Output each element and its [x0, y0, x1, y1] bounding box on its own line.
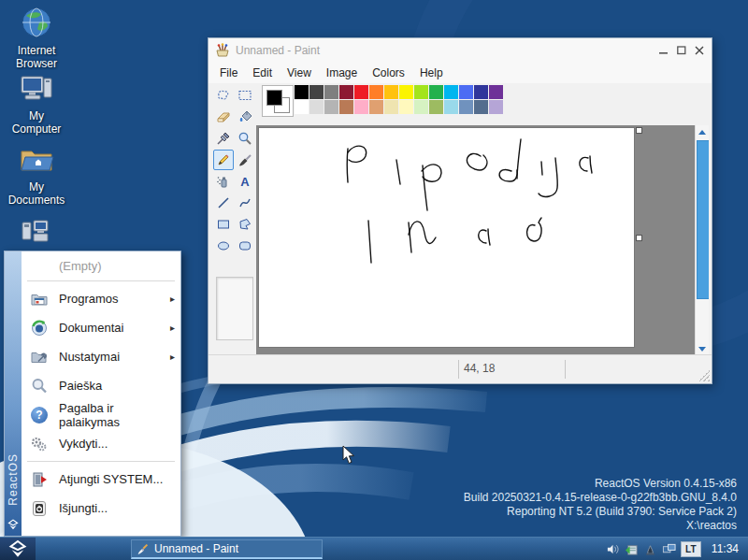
canvas-drawing — [259, 128, 634, 347]
palette-swatch[interactable] — [489, 100, 503, 114]
palette-swatch[interactable] — [384, 85, 398, 99]
computer-icon — [19, 71, 54, 107]
search-icon — [29, 376, 50, 396]
tool-text[interactable]: A — [235, 171, 255, 192]
palette-swatch[interactable] — [429, 85, 443, 99]
taskbar-clock[interactable]: 11:34 — [712, 542, 739, 555]
input-device-icon[interactable] — [643, 542, 657, 556]
palette-swatch[interactable] — [414, 100, 428, 114]
tool-rounded-rectangle[interactable] — [235, 236, 255, 256]
menu-item-programs[interactable]: Programos ▸ — [22, 284, 180, 313]
palette-swatch[interactable] — [309, 100, 324, 114]
documents-icon — [29, 318, 50, 338]
scroll-up-button[interactable] — [696, 125, 709, 138]
palette-swatch[interactable] — [309, 85, 324, 99]
statusbar: 44, 18 — [209, 354, 712, 383]
tool-magnifier[interactable] — [235, 128, 255, 149]
desktop-icon-my-computer[interactable]: My Computer — [4, 71, 69, 136]
palette-swatch[interactable] — [295, 100, 309, 114]
tool-rectangle-select[interactable] — [235, 85, 255, 106]
palette-swatch[interactable] — [324, 85, 338, 99]
start-button[interactable] — [0, 538, 36, 560]
maximize-button[interactable] — [672, 41, 690, 59]
tool-fill-with-color[interactable] — [235, 107, 255, 127]
tool-options-box[interactable] — [216, 277, 253, 340]
tool-curve[interactable] — [235, 193, 255, 213]
menu-view[interactable]: View — [280, 64, 319, 82]
tool-brush[interactable] — [235, 150, 255, 170]
palette-swatch[interactable] — [459, 100, 473, 114]
taskbar-task-button-paint[interactable]: Unnamed - Paint — [131, 539, 323, 559]
desktop: Internet Browser My Computer — [0, 0, 748, 560]
palette-swatch[interactable] — [414, 85, 428, 99]
scroll-down-button[interactable] — [696, 342, 709, 355]
start-menu: ReactOS (Empty) Programos ▸ Dokumentai — [4, 251, 181, 537]
titlebar[interactable]: Unnamed - Paint — [209, 38, 712, 63]
palette-swatch[interactable] — [444, 100, 458, 114]
menu-colors[interactable]: Colors — [365, 64, 412, 82]
paint-canvas[interactable] — [258, 127, 635, 348]
palette-swatch[interactable] — [459, 85, 473, 99]
palette-swatch[interactable] — [489, 85, 503, 99]
palette-swatch[interactable] — [429, 100, 443, 114]
paint-client-area: A — [209, 83, 712, 355]
tool-eraser[interactable] — [213, 107, 234, 127]
task-button-label: Unnamed - Paint — [154, 542, 238, 555]
palette-swatch[interactable] — [369, 85, 383, 99]
palette-swatch[interactable] — [474, 100, 488, 114]
desktop-icon-my-documents[interactable]: My Documents — [4, 142, 69, 208]
programs-folder-icon — [29, 289, 50, 309]
network-icon — [19, 215, 54, 251]
paint-work-area — [256, 125, 709, 355]
canvas-resize-handle[interactable] — [636, 235, 642, 241]
language-indicator[interactable]: LT — [681, 541, 701, 557]
resize-grip[interactable] — [698, 370, 710, 381]
menu-image[interactable]: Image — [319, 64, 365, 82]
menu-item-shutdown[interactable]: Išjungti... — [22, 494, 180, 523]
tool-pick-color[interactable] — [213, 128, 234, 149]
palette-swatch[interactable] — [444, 85, 458, 99]
palette-swatch[interactable] — [369, 100, 383, 114]
tool-free-form-select[interactable] — [213, 85, 234, 106]
palette-swatch[interactable] — [324, 100, 338, 114]
menu-item-help[interactable]: ? Pagalba ir palaikymas — [22, 400, 180, 429]
tool-pencil[interactable] — [213, 150, 234, 170]
tool-rectangle[interactable] — [213, 214, 234, 235]
palette-swatch[interactable] — [384, 100, 398, 114]
palette-swatch[interactable] — [339, 85, 353, 99]
palette-swatch[interactable] — [295, 85, 309, 99]
menu-help[interactable]: Help — [412, 64, 451, 82]
submenu-arrow-icon: ▸ — [170, 323, 175, 333]
palette-swatch[interactable] — [399, 85, 413, 99]
shell-notification-icon[interactable] — [625, 542, 639, 556]
desktop-icon-label: My Documents — [4, 180, 69, 208]
menu-item-run[interactable]: Vykdyti... — [22, 429, 180, 458]
menu-item-settings[interactable]: Nustatymai ▸ — [22, 342, 180, 371]
display-network-icon[interactable] — [662, 542, 676, 556]
tool-airbrush[interactable] — [213, 171, 234, 192]
desktop-icon-label: My Computer — [4, 109, 69, 136]
palette-swatch[interactable] — [354, 85, 368, 99]
palette-swatch[interactable] — [354, 100, 368, 114]
desktop-icon-internet-browser[interactable]: Internet Browser — [4, 6, 69, 71]
tool-line[interactable] — [213, 193, 234, 213]
current-colors[interactable] — [262, 85, 294, 117]
menu-item-logoff[interactable]: Atjungti SYSTEM... — [22, 465, 180, 494]
palette-swatch[interactable] — [474, 85, 488, 99]
menu-item-documents[interactable]: Dokumentai ▸ — [22, 313, 180, 342]
volume-icon[interactable] — [606, 542, 620, 556]
arrow-down-icon — [698, 347, 706, 352]
close-button[interactable] — [690, 41, 708, 59]
palette-swatch[interactable] — [339, 100, 353, 114]
vertical-scrollbar[interactable] — [695, 125, 709, 355]
shutdown-icon — [29, 498, 50, 519]
minimize-button[interactable] — [654, 41, 672, 59]
tool-polygon[interactable] — [235, 214, 255, 235]
tool-ellipse[interactable] — [213, 236, 234, 256]
menu-item-search[interactable]: Paieška — [22, 371, 180, 400]
canvas-resize-handle[interactable] — [636, 127, 642, 134]
menu-edit[interactable]: Edit — [245, 64, 280, 82]
palette-swatch[interactable] — [399, 100, 413, 114]
menu-file[interactable]: File — [212, 64, 245, 82]
scrollbar-thumb[interactable] — [697, 140, 709, 299]
